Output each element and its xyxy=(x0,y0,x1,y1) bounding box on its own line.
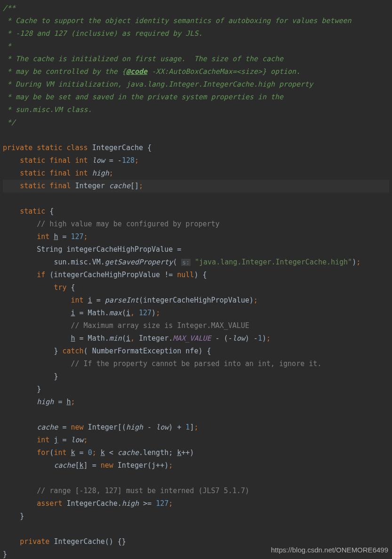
code-line xyxy=(3,523,389,535)
code-line xyxy=(3,408,389,421)
code-line: // range [-128, 127] must be interned (J… xyxy=(3,485,389,497)
code-line xyxy=(3,129,389,142)
code-line: if (integerCacheHighPropValue != null) { xyxy=(3,269,389,281)
code-line: int j = low; xyxy=(3,434,389,447)
code-line: sun.misc.VM.getSavedProperty( s: "java.l… xyxy=(3,256,389,269)
code-line: int h = 127; xyxy=(3,231,389,243)
code-line xyxy=(3,472,389,485)
code-line: try { xyxy=(3,281,389,294)
code-line: * xyxy=(3,40,389,53)
code-line: high = h; xyxy=(3,396,389,408)
code-line: } catch( NumberFormatException nfe) { xyxy=(3,345,389,358)
code-line: * -128 and 127 (inclusive) as required b… xyxy=(3,27,389,40)
code-line: // high value may be configured by prope… xyxy=(3,218,389,231)
code-editor: /** * Cache to support the object identi… xyxy=(0,0,392,559)
code-line: } xyxy=(3,510,389,523)
code-line: * may be controlled by the {@code -XX:Au… xyxy=(3,65,389,78)
code-line: * may be be set and saved in the private… xyxy=(3,91,389,104)
code-line: } xyxy=(3,383,389,396)
code-line xyxy=(3,192,389,205)
code-line: int i = parseInt(integerCacheHighPropVal… xyxy=(3,294,389,307)
code-line: * During VM initialization, java.lang.In… xyxy=(3,78,389,91)
code-line: private static class IntegerCache { xyxy=(3,142,389,154)
code-line: cache[k] = new Integer(j++); xyxy=(3,459,389,472)
code-line: // If the property cannot be parsed into… xyxy=(3,358,389,370)
code-line: * sun.misc.VM class. xyxy=(3,104,389,116)
code-line: h = Math.min(i, Integer.MAX_VALUE - (-lo… xyxy=(3,332,389,345)
code-line: } xyxy=(3,370,389,383)
code-line: i = Math.max(i, 127); xyxy=(3,307,389,319)
code-line: * The cache is initialized on first usag… xyxy=(3,53,389,65)
code-line: // Maximum array size is Integer.MAX_VAL… xyxy=(3,319,389,332)
code-line: assert IntegerCache.high >= 127; xyxy=(3,497,389,510)
watermark: https://blog.csdn.net/ONEMORE6499 xyxy=(271,543,388,556)
code-line: static { xyxy=(3,205,389,218)
code-line: String integerCacheHighPropValue = xyxy=(3,243,389,256)
code-line: static final Integer cache[]; xyxy=(3,180,389,192)
code-line: */ xyxy=(3,116,389,129)
code-line: for(int k = 0; k < cache.length; k++) xyxy=(3,447,389,459)
code-line: /** xyxy=(3,2,389,15)
code-line: cache = new Integer[(high - low) + 1]; xyxy=(3,421,389,434)
code-line: static final int high; xyxy=(3,167,389,180)
code-line: * Cache to support the object identity s… xyxy=(3,15,389,27)
code-line: static final int low = -128; xyxy=(3,154,389,167)
